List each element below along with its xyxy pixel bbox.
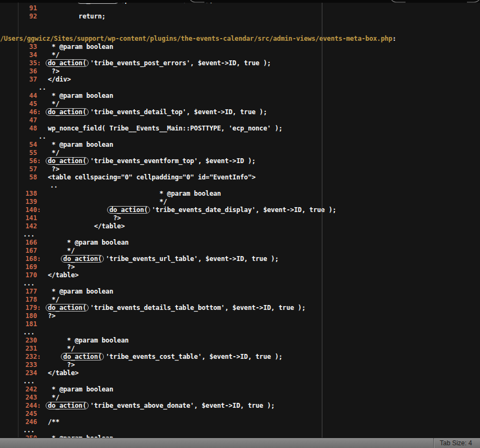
result-line[interactable]: 179:do_action( 'tribe_events_details_tab…	[0, 304, 480, 312]
line-content: do_action( 'tribe_events_details_table_b…	[48, 304, 306, 312]
line-number: 37	[0, 76, 37, 84]
line-number: 166	[0, 239, 37, 247]
result-line[interactable]: 55 */	[0, 149, 480, 157]
result-line[interactable]: 243 */	[0, 394, 480, 402]
result-line[interactable]: 246/**	[0, 418, 480, 426]
line-number: 140	[0, 206, 37, 214]
result-line[interactable]: 180?>	[0, 312, 480, 320]
line-content: * @param boolean	[48, 190, 221, 197]
separator-dots: ..	[0, 84, 46, 91]
line-content: */	[48, 345, 75, 352]
result-line[interactable]: 141 ?>	[0, 214, 480, 222]
line-content: * @param boolean	[48, 288, 113, 295]
section-gap	[0, 21, 480, 35]
line-number: 181	[0, 320, 37, 328]
result-line[interactable]: 234</table>	[0, 369, 480, 377]
tab-corner-icon	[466, 0, 480, 3]
line-number: 179	[0, 304, 37, 312]
result-line[interactable]: 56:do_action( 'tribe_events_eventform_to…	[0, 157, 480, 165]
result-line[interactable]: 139 */	[0, 198, 480, 206]
result-line[interactable]: 138 * @param boolean	[0, 190, 480, 198]
result-line[interactable]: 36 ?>	[0, 67, 480, 76]
line-content: <table cellspacing="0" cellpadding="0" i…	[48, 173, 255, 181]
result-line[interactable]: 47	[0, 116, 480, 125]
line-number: 56	[0, 157, 37, 165]
match-highlight: do_action(	[46, 108, 89, 116]
result-line[interactable]: 169 ?>	[0, 263, 480, 271]
result-line[interactable]: 170</table>	[0, 271, 480, 279]
line-content: </div>	[48, 76, 71, 83]
result-line[interactable]: 230 * @param boolean	[0, 337, 480, 345]
result-line[interactable]: 140: do_action( 'tribe_events_date_displ…	[0, 206, 480, 214]
line-number: 242	[0, 385, 37, 394]
find-results-pane[interactable]: 90: do_action( $prefix . '-' . $name ); …	[0, 0, 480, 438]
file-path-line[interactable]: /Users/ggwicz/Sites/support/wp-content/p…	[0, 35, 480, 43]
line-content: * @param boolean	[48, 43, 113, 51]
line-number: 48	[0, 125, 37, 133]
result-line[interactable]: 46:do_action( 'tribe_events_detail_top',…	[0, 108, 480, 116]
line-content: </table>	[48, 222, 125, 230]
result-line[interactable]: 45 */	[0, 100, 480, 108]
line-number: 234	[0, 369, 37, 377]
result-line[interactable]: 181	[0, 320, 480, 328]
result-line[interactable]: 245	[0, 410, 480, 418]
gutter-dotted-line	[18, 3, 18, 438]
line-content: do_action( 'tribe_events_date_display', …	[48, 206, 336, 214]
separator-dots: ...	[0, 328, 35, 336]
line-content: */	[48, 100, 59, 108]
result-line[interactable]: 92 return;	[0, 13, 480, 21]
line-number: 46	[0, 108, 37, 116]
result-line[interactable]: 166 * @param boolean	[0, 239, 480, 247]
separator-dots: ..	[0, 182, 58, 189]
line-number: 91	[0, 4, 37, 13]
line-content: */	[48, 394, 59, 401]
context-separator: ..	[0, 182, 480, 190]
result-line[interactable]: 44 * @param boolean	[0, 92, 480, 100]
match-highlight: do_action(	[46, 59, 89, 67]
line-content: */	[48, 51, 59, 59]
result-line[interactable]: 168: do_action( 'tribe_events_url_table'…	[0, 255, 480, 263]
line-content: * @param boolean	[48, 337, 129, 344]
line-content: ?>	[48, 214, 121, 222]
context-separator: ..	[0, 133, 480, 141]
result-line[interactable]: 177 * @param boolean	[0, 288, 480, 296]
line-number: 141	[0, 214, 37, 222]
result-line[interactable]: 178 */	[0, 296, 480, 304]
line-number: 232	[0, 353, 37, 361]
result-line[interactable]: 142 </table>	[0, 222, 480, 231]
line-number: 244	[0, 402, 37, 410]
context-separator: ...	[0, 279, 480, 288]
line-number-colon: :	[37, 255, 48, 263]
result-line[interactable]: 57 ?>	[0, 165, 480, 173]
result-line[interactable]: 244:do_action( 'tribe_events_above_donat…	[0, 402, 480, 410]
result-line[interactable]: 54 * @param boolean	[0, 141, 480, 149]
line-number: 142	[0, 222, 37, 231]
line-number: 180	[0, 312, 37, 320]
result-line[interactable]: 35:do_action( 'tribe_events_post_errors'…	[0, 59, 480, 67]
result-line[interactable]: 34 */	[0, 51, 480, 59]
result-line[interactable]: 232: do_action( 'tribe_events_cost_table…	[0, 353, 480, 361]
match-highlight: do_action(	[61, 255, 104, 263]
context-separator: ...	[0, 377, 480, 385]
line-number: 45	[0, 100, 37, 108]
line-content: do_action( 'tribe_events_eventform_top',…	[48, 157, 255, 165]
line-content: ?>	[48, 67, 59, 75]
result-line[interactable]: 167 */	[0, 247, 480, 255]
tab-corner-icon	[189, 0, 205, 3]
result-line[interactable]: 233 ?>	[0, 361, 480, 369]
line-number: 34	[0, 51, 37, 59]
line-content: * @param boolean	[48, 239, 129, 246]
result-line[interactable]: 231 */	[0, 345, 480, 353]
tab-size-indicator[interactable]: Tab Size: 4	[433, 438, 480, 448]
result-line[interactable]: 58<table cellspacing="0" cellpadding="0"…	[0, 173, 480, 182]
result-line[interactable]: 37</div>	[0, 76, 480, 84]
context-separator: ..	[0, 84, 480, 92]
line-content: ?>	[48, 165, 59, 173]
result-line[interactable]: 242 * @param boolean	[0, 385, 480, 394]
line-number: 231	[0, 345, 37, 353]
result-line[interactable]: 33 * @param boolean	[0, 43, 480, 51]
context-separator: ...	[0, 231, 480, 239]
result-line[interactable]: 91	[0, 4, 480, 13]
result-line[interactable]: 48wp_nonce_field( Tribe__Events__Main::P…	[0, 125, 480, 133]
line-content: ?>	[48, 312, 55, 320]
